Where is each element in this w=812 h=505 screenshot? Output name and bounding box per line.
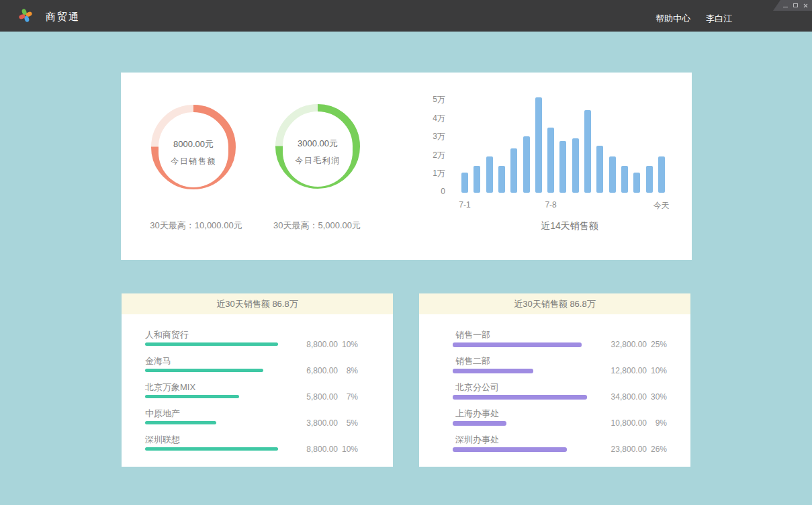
summary-card: 8000.00元 今日销售额 30天最高：10,000.00元 3000.00元… — [121, 73, 692, 260]
bar-day-2 — [473, 166, 480, 193]
maximize-button[interactable] — [793, 3, 798, 7]
row-value: 34,800.00 — [600, 392, 647, 402]
customers-card: 近30天销售额 86.8万 人和商贸行8,800.0010%金海马6,800.0… — [122, 293, 393, 467]
close-button[interactable] — [803, 3, 808, 8]
list-item: 金海马6,800.008% — [145, 355, 358, 372]
row-name: 中原地产 — [145, 408, 291, 418]
bar-day-17 — [658, 156, 665, 193]
list-item: 北京分公司34,800.0030% — [453, 381, 667, 400]
row-bar — [453, 421, 506, 426]
customers-list: 人和商贸行8,800.0010%金海马6,800.008%北京万象MIX5,80… — [122, 314, 393, 451]
row-value: 12,800.00 — [600, 366, 647, 375]
row-bar — [453, 395, 587, 400]
bar-day-8 — [547, 128, 554, 193]
bar-day-15 — [633, 173, 640, 193]
y-tick-label: 1万 — [433, 168, 445, 179]
minimize-button[interactable] — [783, 7, 788, 7]
row-value: 32,800.00 — [600, 340, 647, 349]
y-tick-label: 4万 — [433, 113, 445, 124]
window-controls — [773, 0, 812, 11]
bar-day-11 — [584, 110, 591, 193]
x-tick-label: 今天 — [653, 200, 670, 212]
bar-day-16 — [646, 166, 653, 193]
row-percent: 8% — [338, 366, 358, 375]
row-percent: 26% — [647, 445, 667, 454]
bar-chart-x-axis: 7-17-8今天 — [461, 200, 670, 211]
app-title: 商贸通 — [46, 11, 80, 24]
bar-day-3 — [486, 156, 493, 193]
row-percent: 9% — [647, 418, 667, 428]
row-value: 10,800.00 — [600, 418, 647, 428]
bar-day-12 — [596, 146, 603, 193]
y-tick-label: 5万 — [433, 94, 445, 105]
list-item: 中原地产3,800.005% — [145, 408, 358, 424]
list-item: 人和商贸行8,800.0010% — [145, 329, 358, 346]
today-profit-donut: 3000.00元 今日毛利润 — [275, 104, 360, 189]
row-value: 5,800.00 — [291, 392, 338, 402]
row-name: 深圳联想 — [145, 434, 291, 445]
bar-day-1 — [461, 173, 468, 193]
row-bar — [145, 421, 216, 424]
bar-day-7 — [535, 97, 542, 193]
list-item: 上海办事处10,800.009% — [453, 408, 667, 426]
row-bar — [145, 369, 263, 372]
row-percent: 7% — [338, 392, 358, 402]
today-profit-label: 今日毛利润 — [295, 155, 341, 167]
departments-card-title: 近30天销售额 86.8万 — [419, 293, 690, 314]
row-value: 8,800.00 — [291, 445, 338, 454]
bar-day-5 — [510, 148, 517, 193]
row-percent: 10% — [647, 366, 667, 375]
row-bar — [145, 342, 278, 346]
row-name: 深圳办事处 — [455, 434, 600, 445]
today-sales-donut: 8000.00元 今日销售额 — [151, 105, 236, 189]
departments-list: 销售一部32,800.0025%销售二部12,800.0010%北京分公司34,… — [419, 314, 690, 452]
row-percent: 25% — [647, 340, 667, 349]
list-item: 销售一部32,800.0025% — [453, 329, 667, 347]
sales-14d-bar-chart — [461, 95, 670, 193]
row-percent: 10% — [338, 340, 358, 349]
y-tick-label: 2万 — [433, 150, 445, 161]
today-profit-value: 3000.00元 — [298, 138, 338, 150]
row-value: 6,800.00 — [291, 366, 338, 375]
bar-day-13 — [609, 156, 616, 193]
row-name: 销售一部 — [455, 329, 600, 340]
row-percent: 5% — [338, 418, 358, 428]
list-item: 北京万象MIX5,800.007% — [145, 381, 358, 398]
row-percent: 10% — [338, 445, 358, 454]
row-value: 3,800.00 — [291, 418, 338, 428]
row-bar — [453, 342, 582, 347]
row-name: 金海马 — [145, 355, 291, 366]
list-item: 深圳办事处23,800.0026% — [453, 434, 667, 452]
bar-day-14 — [621, 166, 628, 193]
help-center-link[interactable]: 帮助中心 — [656, 13, 690, 25]
x-tick-label: 7-1 — [459, 200, 470, 210]
row-name: 人和商贸行 — [145, 329, 291, 340]
y-tick-label: 3万 — [433, 131, 445, 142]
user-menu[interactable]: 李白江 — [706, 13, 732, 25]
row-bar — [453, 447, 567, 452]
row-value: 23,800.00 — [600, 445, 647, 454]
row-name: 销售二部 — [455, 355, 600, 366]
row-bar — [453, 369, 533, 373]
today-sales-label: 今日销售额 — [171, 156, 216, 167]
departments-card: 近30天销售额 86.8万 销售一部32,800.0025%销售二部12,800… — [419, 293, 690, 467]
bar-day-6 — [523, 136, 530, 193]
row-name: 北京分公司 — [455, 381, 600, 392]
row-bar — [145, 447, 278, 451]
bar-chart-y-axis: 01万2万3万4万5万 — [403, 73, 445, 207]
row-percent: 30% — [647, 392, 667, 402]
titlebar: 商贸通 帮助中心 李白江 — [0, 0, 812, 32]
row-value: 8,800.00 — [291, 340, 338, 349]
row-name: 北京万象MIX — [145, 381, 291, 392]
today-profit-30d-max: 30天最高：5,000.00元 — [223, 220, 411, 232]
y-tick-label: 0 — [441, 187, 445, 196]
customers-card-title: 近30天销售额 86.8万 — [122, 293, 393, 314]
app-logo-icon — [18, 8, 33, 23]
today-sales-value: 8000.00元 — [173, 138, 214, 150]
bar-day-4 — [498, 166, 505, 193]
x-tick-label: 7-8 — [545, 200, 556, 210]
row-bar — [145, 395, 239, 398]
row-name: 上海办事处 — [455, 408, 600, 418]
list-item: 销售二部12,800.0010% — [453, 355, 667, 373]
bar-chart-title: 近14天销售额 — [482, 220, 657, 232]
